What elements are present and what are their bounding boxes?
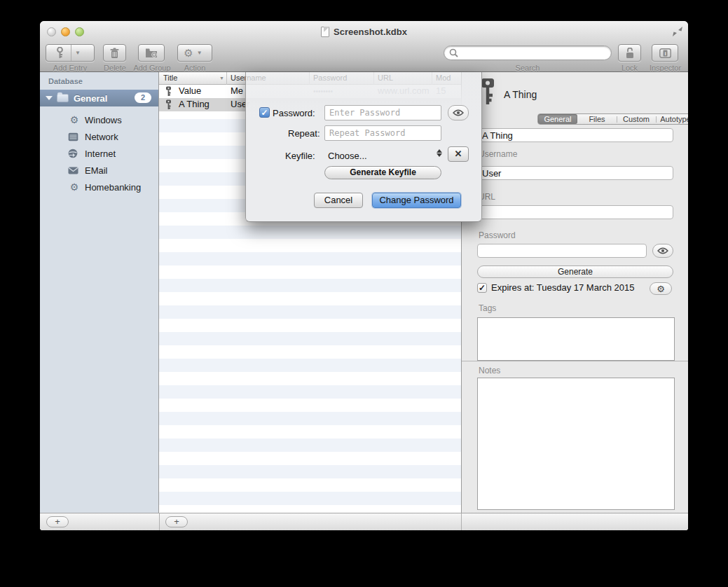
fullscreen-icon[interactable] [672,27,683,36]
column-divider[interactable] [226,72,227,85]
search-area [444,46,612,60]
search-input[interactable] [444,46,612,60]
pane-divider[interactable] [462,361,688,361]
cell-username: Me [231,85,243,96]
info-icon: i [659,48,671,58]
action-button[interactable]: ⚙ ▼ [177,44,212,62]
chevron-down-icon: ▼ [71,50,84,56]
change-password-sheet: ✓ Password: Repeat: Keyfile: Choose... ✕… [245,72,482,222]
disclosure-triangle-icon[interactable] [46,96,53,100]
sidebar-item-label: Windows [85,115,122,125]
add-group-label: Add Group [128,64,177,72]
tab-files[interactable]: Files [577,114,617,124]
keyfile-popup[interactable]: Choose... [328,151,367,161]
cancel-button[interactable]: Cancel [314,193,363,208]
notes-label: Notes [479,366,500,375]
folder-plus-icon [145,48,158,58]
sheet-repeat-label: Repeat: [288,128,320,139]
key-icon [165,99,172,110]
pane-divider [159,513,160,530]
tags-field[interactable] [477,317,675,361]
sidebar-item-windows[interactable]: ⚙ Windows [40,111,158,128]
delete-button[interactable] [103,44,126,62]
search-label: Search [444,64,612,72]
sheet-keyfile-label: Keyfile: [285,151,315,161]
tags-label: Tags [479,303,496,313]
eye-icon [453,109,464,116]
sheet-show-password-button[interactable] [448,105,469,120]
entry-count-badge: 2 [135,92,151,103]
sidebar-item-network[interactable]: Network [40,128,158,145]
envelope-icon [68,167,81,174]
group-sidebar: Database General 2 ⚙ Windows Network [40,72,159,513]
expires-options-button[interactable]: ⚙ [650,282,672,295]
sidebar-item-general[interactable]: General 2 [40,90,158,106]
cell-title: A Thing [179,99,210,109]
tab-general[interactable]: General [538,114,577,124]
sheet-repeat-input[interactable] [324,125,441,141]
globe-icon [68,149,81,158]
unlock-icon [625,48,635,59]
generate-keyfile-button[interactable]: Generate Keyfile [324,166,441,179]
password-checkbox[interactable]: ✓ [259,107,270,118]
column-title[interactable]: Title [163,74,177,82]
inspector-entry-title: A Thing [504,89,537,100]
password-label: Password [479,230,516,240]
gear-icon: ⚙ [68,181,81,193]
sidebar-section-header: Database [48,77,83,85]
sort-descending-icon: ▼ [219,76,224,81]
sidebar-item-label: Network [85,132,118,142]
gear-icon: ⚙ [657,284,665,294]
expires-row: ✓ Expires at: Tuesday 17 March 2015 [477,282,635,293]
title-field[interactable] [477,128,673,142]
expires-checkbox[interactable]: ✓ [477,283,487,293]
cell-title: Value [179,85,201,96]
change-password-button[interactable]: Change Password [372,193,461,208]
stepper-icon[interactable] [437,149,442,157]
notes-field[interactable] [477,378,675,510]
gear-icon: ⚙ [68,114,81,125]
username-label: Username [479,149,517,159]
action-label: Action [177,64,212,72]
lock-button[interactable] [618,44,641,62]
key-icon [165,86,172,97]
window-title: Screenshot.kdbx [334,27,407,37]
add-entry-footer-button[interactable]: + [165,516,188,527]
bottom-bar: + + [40,513,688,530]
sidebar-item-label: Homebanking [85,182,141,193]
inspector-label: Inspector [643,64,688,72]
eye-icon [657,247,668,254]
inspector-panel: A Thing General Files Custom Autotype Us… [461,72,688,513]
clear-keyfile-button[interactable]: ✕ [448,146,469,162]
username-field[interactable] [477,166,673,180]
window-chrome: Screenshot.kdbx ▼ Add Entry [40,21,688,72]
add-group-footer-button[interactable]: + [46,516,69,527]
key-icon [56,47,64,59]
add-entry-button[interactable]: ▼ [46,44,95,62]
svg-text:i: i [664,50,666,57]
sidebar-root-label: General [74,93,107,104]
sheet-password-label: Password: [273,108,315,118]
title-bar[interactable]: Screenshot.kdbx [40,21,688,42]
sidebar-item-label: Internet [85,149,116,159]
pane-divider [461,513,462,530]
sheet-password-input[interactable] [324,105,441,120]
sidebar-item-internet[interactable]: Internet [40,145,158,162]
tab-autotype[interactable]: Autotype [656,114,688,124]
inspector-button[interactable]: i [652,44,678,62]
password-field[interactable] [477,244,647,258]
server-icon [68,132,81,141]
add-entry-label: Add Entry [42,64,98,72]
url-field[interactable] [477,205,673,219]
sidebar-item-homebanking[interactable]: ⚙ Homebanking [40,179,158,195]
folder-icon [57,94,69,102]
tab-custom[interactable]: Custom [617,114,656,124]
sidebar-item-email[interactable]: EMail [40,162,158,179]
toolbar: ▼ Add Entry Delete [40,42,688,72]
inspector-tabbar: General Files Custom Autotype [537,113,688,125]
show-password-button[interactable] [652,244,673,258]
add-group-button[interactable] [138,44,165,62]
expires-label: Expires at: Tuesday 17 March 2015 [491,282,635,293]
trash-icon [110,48,119,59]
generate-password-button[interactable]: Generate [477,265,673,278]
